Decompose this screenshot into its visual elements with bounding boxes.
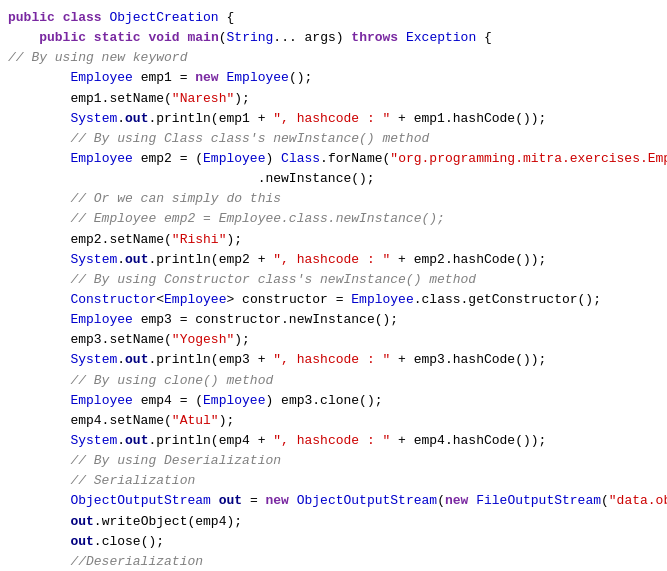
token-plain [8,290,70,310]
token-plain: ); [234,89,250,109]
token-plain: . [117,109,125,129]
token-type: Exception [406,28,476,48]
token-kw: throws [351,28,398,48]
token-plain: .newInstance(); [8,169,375,189]
token-plain: .writeObject(emp4); [94,512,242,532]
code-line: System.out.println(emp1 + ", hashcode : … [0,109,667,129]
token-type: FileOutputStream [476,491,601,511]
token-plain [8,109,70,129]
token-plain: emp1 = [133,68,195,88]
token-comment: // By using Deserialization [8,451,281,471]
token-comment: // Serialization [8,471,195,491]
code-line: // Employee emp2 = Employee.class.newIns… [0,209,667,229]
token-type: System [70,350,117,370]
token-plain: + emp2.hashCode()); [390,250,546,270]
token-plain: { [219,8,235,28]
code-line: // By using Deserialization [0,451,667,471]
token-plain [102,8,110,28]
token-plain: emp3.setName( [8,330,172,350]
token-type: Employee [226,68,288,88]
token-plain: + emp3.hashCode()); [390,350,546,370]
token-plain: emp2.setName( [8,230,172,250]
token-plain: ) [265,149,281,169]
token-type: Employee [70,310,132,330]
code-line: ObjectOutputStream out = new ObjectOutpu… [0,491,667,511]
token-plain: + emp1.hashCode()); [390,109,546,129]
code-line: // By using clone() method [0,371,667,391]
token-plain: emp4 = ( [133,391,203,411]
token-type: Employee [70,68,132,88]
token-kw: new [445,491,468,511]
token-comment: // By using new keyword [8,48,187,68]
token-plain: emp4.setName( [8,411,172,431]
token-plain [8,391,70,411]
code-line: Employee emp2 = (Employee) Class.forName… [0,149,667,169]
token-comment: // Employee emp2 = Employee.class.newIns… [8,209,445,229]
token-plain [8,149,70,169]
token-plain [8,532,70,552]
token-plain [211,491,219,511]
code-line: out.close(); [0,532,667,552]
code-editor: public class ObjectCreation { public sta… [0,0,667,571]
token-plain: .println(emp1 + [148,109,273,129]
token-plain: . [117,250,125,270]
token-type: System [70,109,117,129]
token-type: ObjectOutputStream [297,491,437,511]
token-plain [8,431,70,451]
token-plain [8,491,70,511]
token-field: out [125,250,148,270]
code-line: System.out.println(emp2 + ", hashcode : … [0,250,667,270]
token-plain [8,28,39,48]
token-str: "Yogesh" [172,330,234,350]
token-str: "Naresh" [172,89,234,109]
token-plain: ); [219,411,235,431]
code-line: // Or we can simply do this [0,189,667,209]
code-line: .newInstance(); [0,169,667,189]
token-type: ObjectOutputStream [70,491,210,511]
token-kw: public [8,8,55,28]
token-plain: > constructor = [226,290,351,310]
token-plain: = [242,491,265,511]
token-field: out [125,431,148,451]
token-field: out [125,109,148,129]
token-plain: < [156,290,164,310]
token-type: System [70,250,117,270]
token-field: out [70,512,93,532]
code-line: System.out.println(emp3 + ", hashcode : … [0,350,667,370]
token-kw: class [63,8,102,28]
token-str: "data.obj" [609,491,667,511]
token-plain [8,68,70,88]
token-plain: ) emp3.clone(); [265,391,382,411]
token-comment: // Or we can simply do this [8,189,281,209]
token-type: ObjectCreation [109,8,218,28]
code-line: // Serialization [0,471,667,491]
token-type: Employee [164,290,226,310]
code-line: emp3.setName("Yogesh"); [0,330,667,350]
token-comment: // By using Constructor class's newInsta… [8,270,476,290]
token-str: ", hashcode : " [273,350,390,370]
code-line: System.out.println(emp4 + ", hashcode : … [0,431,667,451]
token-plain [289,491,297,511]
token-plain: ( [437,491,445,511]
token-str: "Atul" [172,411,219,431]
token-plain: ... args) [273,28,351,48]
code-line: // By using Constructor class's newInsta… [0,270,667,290]
token-type: Employee [70,391,132,411]
code-line: // By using Class class's newInstance() … [0,129,667,149]
token-plain [8,512,70,532]
token-type: Employee [203,149,265,169]
code-line: emp2.setName("Rishi"); [0,230,667,250]
token-plain: emp1.setName( [8,89,172,109]
token-plain: ( [601,491,609,511]
token-plain: .forName( [320,149,390,169]
token-plain [468,491,476,511]
token-plain [55,8,63,28]
token-type: Employee [203,391,265,411]
token-plain [8,310,70,330]
code-line: out.writeObject(emp4); [0,512,667,532]
token-plain: .class.getConstructor(); [414,290,601,310]
token-plain: .println(emp4 + [148,431,273,451]
token-comment: // By using Class class's newInstance() … [8,129,429,149]
token-str: ", hashcode : " [273,109,390,129]
token-plain: .println(emp2 + [148,250,273,270]
